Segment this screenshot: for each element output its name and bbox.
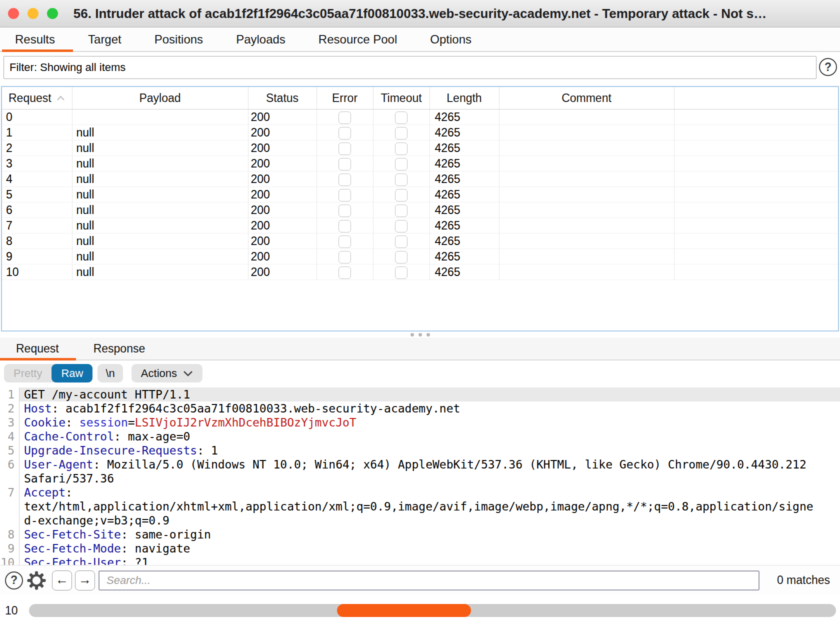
horizontal-scrollbar[interactable] xyxy=(29,604,836,617)
timeout-checkbox[interactable] xyxy=(395,112,408,124)
arrow-left-icon: ← xyxy=(56,572,68,588)
filter-bar[interactable]: Filter: Showing all items xyxy=(4,56,816,79)
cell-length: 4265 xyxy=(430,125,499,140)
cell-filler xyxy=(674,202,838,218)
timeout-checkbox[interactable] xyxy=(395,220,408,232)
error-checkbox[interactable] xyxy=(338,236,351,248)
error-checkbox[interactable] xyxy=(338,112,351,124)
table-row[interactable]: 02004265 xyxy=(2,110,838,125)
timeout-checkbox[interactable] xyxy=(395,127,408,140)
search-input[interactable] xyxy=(98,570,760,590)
close-button[interactable] xyxy=(8,8,19,19)
cell-timeout xyxy=(373,110,430,125)
search-previous-button[interactable]: ← xyxy=(52,570,72,590)
table-row[interactable]: 9null2004265 xyxy=(2,249,838,264)
splitter-handle[interactable] xyxy=(0,332,840,338)
error-checkbox[interactable] xyxy=(338,220,351,232)
cell-length: 4265 xyxy=(430,187,499,202)
cell-timeout xyxy=(373,249,430,264)
filter-help-button[interactable]: ? xyxy=(819,58,837,76)
cell-timeout xyxy=(373,172,430,187)
cell-comment xyxy=(499,234,674,249)
timeout-checkbox[interactable] xyxy=(395,236,408,248)
newline-toggle-button[interactable]: \n xyxy=(98,364,122,382)
cell-filler xyxy=(674,234,838,249)
cell-payload: null xyxy=(72,264,248,280)
timeout-checkbox[interactable] xyxy=(395,266,408,279)
cell-filler xyxy=(674,172,838,187)
error-checkbox[interactable] xyxy=(338,189,351,202)
cell-error xyxy=(316,249,373,264)
column-header-payload[interactable]: Payload xyxy=(72,87,248,110)
table-row[interactable]: 1null2004265 xyxy=(2,125,838,140)
cell-length: 4265 xyxy=(430,264,499,280)
zoom-button[interactable] xyxy=(47,8,58,19)
table-row[interactable]: 8null2004265 xyxy=(2,234,838,249)
scrollbar-thumb[interactable] xyxy=(337,604,471,617)
line-content: d-exchange;v=b3;q=0.9 xyxy=(20,514,840,528)
timeout-checkbox[interactable] xyxy=(395,251,408,264)
table-row[interactable]: 5null2004265 xyxy=(2,187,838,202)
line-content: Accept: xyxy=(20,486,840,500)
cell-timeout xyxy=(373,234,430,249)
tab-options[interactable]: Options xyxy=(430,28,472,51)
editor-toolbar: Pretty Raw \n Actions xyxy=(0,360,840,386)
cell-request: 5 xyxy=(2,187,72,202)
request-editor[interactable]: 1GET /my-account HTTP/1.12Host: acab1f2f… xyxy=(0,386,840,565)
tab-payloads[interactable]: Payloads xyxy=(236,28,286,51)
error-checkbox[interactable] xyxy=(338,204,351,217)
cell-filler xyxy=(674,249,838,264)
tab-results[interactable]: Results xyxy=(15,28,55,51)
cell-comment xyxy=(499,125,674,140)
tab-positions[interactable]: Positions xyxy=(154,28,203,51)
error-checkbox[interactable] xyxy=(338,266,351,279)
tab-resource-pool[interactable]: Resource Pool xyxy=(318,28,397,51)
window-controls xyxy=(8,0,58,27)
cell-comment xyxy=(499,249,674,264)
table-row[interactable]: 2null2004265 xyxy=(2,140,838,156)
column-header-timeout[interactable]: Timeout xyxy=(373,87,430,110)
cell-length: 4265 xyxy=(430,140,499,156)
line-content: GET /my-account HTTP/1.1 xyxy=(20,388,840,402)
line-number: 2 xyxy=(0,402,20,416)
cell-status: 200 xyxy=(248,110,316,125)
raw-button[interactable]: Raw xyxy=(52,364,92,382)
timeout-checkbox[interactable] xyxy=(395,174,408,186)
tab-target[interactable]: Target xyxy=(88,28,122,51)
error-checkbox[interactable] xyxy=(338,142,351,155)
error-checkbox[interactable] xyxy=(338,158,351,170)
table-row[interactable]: 7null2004265 xyxy=(2,218,838,234)
minimize-button[interactable] xyxy=(28,8,38,19)
timeout-checkbox[interactable] xyxy=(395,142,408,155)
timeout-checkbox[interactable] xyxy=(395,189,408,202)
cell-payload: null xyxy=(72,156,248,172)
error-checkbox[interactable] xyxy=(338,127,351,140)
error-checkbox[interactable] xyxy=(338,251,351,264)
pretty-button[interactable]: Pretty xyxy=(4,364,52,382)
tab-request[interactable]: Request xyxy=(16,338,59,360)
timeout-checkbox[interactable] xyxy=(395,158,408,170)
tab-response[interactable]: Response xyxy=(94,338,146,360)
request-line: text/html,application/xhtml+xml,applicat… xyxy=(0,500,840,514)
table-row[interactable]: 4null2004265 xyxy=(2,172,838,187)
request-line: 2Host: acab1f2f1f2964c3c05aa71f00810033.… xyxy=(0,402,840,416)
arrow-right-icon: → xyxy=(78,572,92,588)
table-row[interactable]: 3null2004265 xyxy=(2,156,838,172)
column-header-length[interactable]: Length xyxy=(430,87,499,110)
line-number: 4 xyxy=(0,430,20,444)
column-header-request[interactable]: Request xyxy=(2,87,72,110)
column-header-error[interactable]: Error xyxy=(316,87,373,110)
cell-status: 200 xyxy=(248,140,316,156)
error-checkbox[interactable] xyxy=(338,174,351,186)
search-settings-button[interactable] xyxy=(27,571,46,590)
table-row[interactable]: 6null2004265 xyxy=(2,202,838,218)
table-row[interactable]: 10null2004265 xyxy=(2,264,838,280)
actions-button[interactable]: Actions xyxy=(132,364,202,382)
column-header-comment[interactable]: Comment xyxy=(499,87,674,110)
cell-payload: null xyxy=(72,234,248,249)
timeout-checkbox[interactable] xyxy=(395,204,408,217)
search-next-button[interactable]: → xyxy=(75,570,95,590)
line-content: Cookie: session=LSIVjoIJ2rVzmXhDcehBIBOz… xyxy=(20,416,840,430)
search-help-button[interactable]: ? xyxy=(5,572,23,590)
column-header-status[interactable]: Status xyxy=(248,87,316,110)
